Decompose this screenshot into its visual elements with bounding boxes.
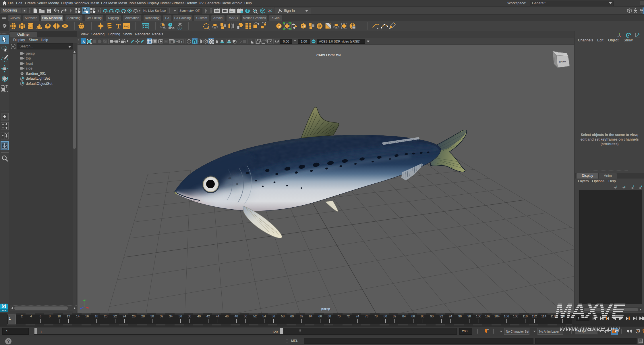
svg-text:y: y [85,299,86,301]
svg-text:ON: ON [312,41,315,43]
svg-text:0,0,0: 0,0,0 [177,27,182,30]
svg-text:?: ? [7,339,10,344]
svg-text:A: A [82,40,85,43]
svg-text:T: T [181,40,183,43]
svg-text:IPR: IPR [230,11,233,13]
svg-text:svg: svg [124,24,129,28]
svg-text:RIGHT: RIGHT [559,60,566,63]
svg-text:T: T [116,22,121,30]
